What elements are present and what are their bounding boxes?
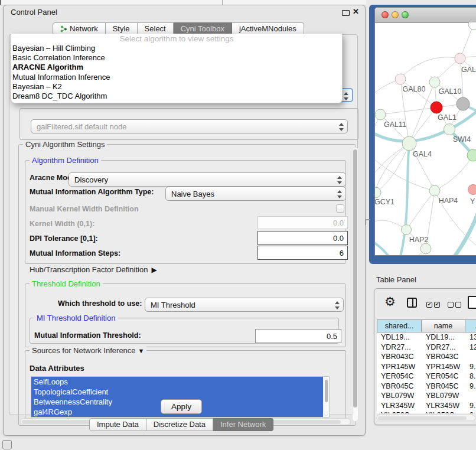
algorithm-item-aracne-algorithm[interactable]: ARACNE Algorithm bbox=[11, 63, 342, 72]
table-cell: YDL19... bbox=[377, 333, 422, 341]
column-header-shared[interactable]: shared... bbox=[377, 319, 422, 332]
which-threshold-combobox[interactable]: MI Threshold bbox=[145, 298, 344, 312]
checked-checkbox-icon[interactable]: ✔ bbox=[434, 302, 440, 308]
dpi-tolerance-field[interactable] bbox=[257, 231, 348, 245]
unchecked-checkbox-icon[interactable] bbox=[448, 302, 454, 308]
list-vertical-scrollbar[interactable] bbox=[324, 378, 328, 416]
attribute-item-selfloops[interactable]: SelfLoops bbox=[31, 377, 323, 387]
network-node-unlabeled[interactable] bbox=[420, 243, 431, 254]
table-cell: YBL079W bbox=[377, 392, 422, 400]
node-label-swi4: SWI4 bbox=[453, 135, 471, 144]
network-node-gal80[interactable] bbox=[395, 74, 406, 84]
close-traffic-light[interactable] bbox=[382, 11, 389, 18]
network-window-titlebar[interactable] bbox=[375, 8, 476, 23]
unchecked-checkbox-icon[interactable] bbox=[455, 302, 461, 308]
mi-type-combobox[interactable]: Naive Bayes bbox=[165, 187, 346, 201]
table-horizontal-scrollbar[interactable] bbox=[376, 415, 475, 421]
attribute-item-topologicalcoefficient[interactable]: TopologicalCoefficient bbox=[31, 387, 323, 397]
table-cell: YIL052C bbox=[377, 411, 422, 413]
table-row[interactable]: YIL052CYIL052C9. bbox=[377, 410, 476, 413]
algorithm-item-dream8-dc-tdc-algorithm[interactable]: Dream8 DC_TDC Algorithm bbox=[11, 92, 342, 101]
network-node-gal7[interactable] bbox=[455, 53, 465, 64]
which-threshold-value: MI Threshold bbox=[151, 301, 195, 309]
scrollbar-thumb[interactable] bbox=[353, 149, 357, 407]
mi-type-label: Mutual Information Algorithm Type: bbox=[30, 188, 154, 196]
algorithm-item-bayesian-hill-climbing[interactable]: Bayesian – Hill Climbing bbox=[11, 44, 342, 53]
table-row[interactable]: YER054CYER054C8. bbox=[377, 371, 476, 381]
close-icon[interactable]: ✕ bbox=[353, 7, 359, 16]
table-cell: 9. bbox=[465, 411, 476, 413]
panel-divider-grip[interactable] bbox=[365, 219, 370, 225]
table-row[interactable]: YLR345WYLR345W9. bbox=[377, 401, 476, 411]
mi-threshold-field[interactable] bbox=[255, 329, 341, 343]
bottom-tab-discretize-data[interactable]: Discretize Data bbox=[146, 418, 213, 431]
algorithm-item-bayesian-k2[interactable]: Bayesian – K2 bbox=[11, 82, 342, 92]
network-node-swi4[interactable] bbox=[444, 124, 455, 135]
table-cell: YBR043C bbox=[377, 353, 422, 361]
new-column-icon[interactable] bbox=[468, 296, 476, 309]
bottom-tab-infer-network[interactable]: Infer Network bbox=[213, 418, 273, 431]
table-cell: YLR345W bbox=[422, 402, 465, 410]
kernel-width-field[interactable] bbox=[257, 216, 348, 229]
network-node-hap2[interactable] bbox=[402, 225, 412, 235]
table-row[interactable]: YBR043CYBR043C bbox=[377, 352, 476, 362]
combo-arrows-icon bbox=[337, 190, 341, 199]
network-node-hap4[interactable] bbox=[429, 185, 440, 196]
minimize-traffic-light[interactable] bbox=[392, 11, 399, 18]
network-node-unlabeled[interactable] bbox=[468, 22, 476, 30]
network-node-gal11[interactable] bbox=[375, 109, 386, 120]
table-body[interactable]: YDL19...YDL19...13YDR27...YDR27...12YBR0… bbox=[377, 332, 476, 413]
table-row[interactable]: YDL19...YDL19...13 bbox=[377, 332, 476, 343]
table-cell: YLR345W bbox=[377, 402, 422, 410]
sources-group-title[interactable]: Sources for Network Inference▼ bbox=[30, 346, 146, 355]
node-label-gal80: GAL80 bbox=[403, 85, 426, 93]
network-view-frame[interactable]: GAL7GAL80GAL10GAL1GAL11SWI4GAL4GCY1HAP4Y… bbox=[369, 5, 476, 264]
table-cell: YDR27... bbox=[422, 343, 465, 351]
checked-checkbox-icon[interactable]: ✔ bbox=[426, 302, 432, 308]
column-header-name[interactable]: name bbox=[422, 319, 465, 332]
column-header-a[interactable]: A bbox=[465, 319, 476, 332]
scrollbar-thumb[interactable] bbox=[378, 416, 467, 420]
bottom-tab-label: Discretize Data bbox=[154, 419, 206, 431]
network-node-y[interactable] bbox=[468, 185, 476, 195]
settings-vertical-scrollbar[interactable] bbox=[352, 147, 358, 422]
algorithm-item-mutual-information-inference[interactable]: Mutual Information Inference bbox=[11, 73, 342, 82]
table-row[interactable]: YPR145WYPR145W9. bbox=[377, 362, 476, 372]
sources-title-text: Sources for Network Inference bbox=[32, 346, 136, 355]
table-header-row: shared...nameA bbox=[377, 319, 476, 332]
network-node-unlabeled[interactable] bbox=[457, 97, 470, 110]
network-node-gal1[interactable] bbox=[431, 102, 442, 113]
table-row[interactable]: YBR045CYBR045C9. bbox=[377, 381, 476, 392]
table-cell: YBR045C bbox=[377, 382, 422, 390]
minimized-panel-icon[interactable] bbox=[2, 440, 12, 449]
hub-definition-toggle[interactable]: Hub/Transcription Factor Definition▶ bbox=[30, 265, 157, 274]
network-node-gal10[interactable] bbox=[429, 77, 440, 87]
apply-button[interactable]: Apply bbox=[161, 399, 202, 414]
combo-arrows-icon bbox=[334, 301, 339, 310]
zoom-traffic-light[interactable] bbox=[402, 11, 409, 18]
algorithm-item-basic-correlation-inference[interactable]: Basic Correlation Inference bbox=[11, 53, 342, 63]
aracne-mode-value: Discovery bbox=[74, 175, 108, 184]
data-table-combobox[interactable]: galFiltered.sif default node bbox=[31, 119, 348, 133]
data-table-group: galFiltered.sif default node bbox=[19, 108, 358, 140]
table-row[interactable]: YBL079WYBL079W bbox=[377, 391, 476, 401]
expand-right-icon: ▶ bbox=[151, 266, 157, 274]
network-icon bbox=[60, 25, 67, 32]
network-node-gal4[interactable] bbox=[402, 136, 416, 151]
table-panel-window: ⚙ ✔ ✔ shared...nameA YDL19...YDL19...13Y… bbox=[374, 288, 476, 425]
network-canvas[interactable]: GAL7GAL80GAL10GAL1GAL11SWI4GAL4GCY1HAP4Y… bbox=[375, 22, 476, 256]
mi-steps-field[interactable] bbox=[257, 246, 348, 260]
aracne-mode-combobox[interactable]: Discovery bbox=[69, 172, 346, 187]
top-strip-divider bbox=[222, 0, 223, 5]
table-row[interactable]: YDR27...YDR27...12 bbox=[377, 343, 476, 353]
mi-threshold-label: Mutual Information Threshold: bbox=[34, 331, 141, 340]
manual-kernel-checkbox[interactable] bbox=[336, 204, 344, 213]
split-columns-icon[interactable] bbox=[407, 298, 417, 308]
float-window-icon[interactable] bbox=[342, 10, 350, 16]
table-cell: 12 bbox=[465, 343, 476, 351]
scrollbar-thumb[interactable] bbox=[325, 380, 328, 402]
bottom-tab-impute-data[interactable]: Impute Data bbox=[89, 418, 146, 431]
network-node-unlabeled[interactable] bbox=[467, 149, 476, 161]
settings-gear-icon[interactable]: ⚙ bbox=[384, 295, 396, 309]
combo-arrows-icon bbox=[343, 92, 348, 101]
